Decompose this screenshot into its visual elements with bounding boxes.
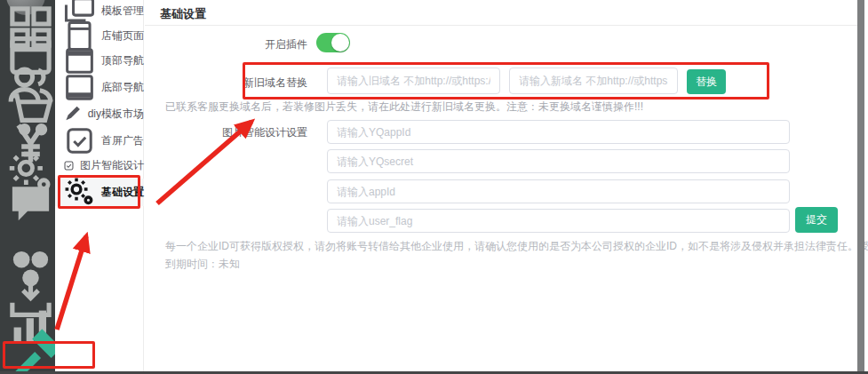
- user-flag-input[interactable]: [327, 209, 790, 233]
- vertical-scrollbar[interactable]: [857, 0, 864, 374]
- basic-settings-icon: [63, 176, 96, 209]
- submit-button[interactable]: 提交: [795, 207, 838, 233]
- submenu-item-label: 店铺页面: [101, 28, 144, 44]
- submenu-item-diy-market[interactable]: diy模板市场: [55, 101, 144, 126]
- yqappid-input[interactable]: [327, 120, 790, 144]
- submenu-item-label: diy模板市场: [88, 107, 144, 122]
- submenu-item-first-screen-ad[interactable]: 首屏广告: [55, 128, 144, 153]
- submenu-item-label: 底部导航: [101, 80, 144, 95]
- diy-market-icon: [63, 104, 83, 123]
- submenu-item-bottom-nav[interactable]: 底部导航: [55, 75, 144, 99]
- first-screen-ad-icon: [63, 124, 96, 157]
- appid-input[interactable]: [327, 179, 790, 203]
- main-content: 基础设置 开启插件 新旧域名替换 替换 已联系客服更换域名后，若装修图片丢失，请…: [145, 0, 857, 371]
- app-window: 概况 商品 会员 订单 财务 系统 消息 应用: [0, 0, 868, 374]
- plugin-toggle[interactable]: [316, 33, 350, 52]
- submenu-item-label: 首屏广告: [101, 133, 144, 148]
- plugin-label: 开启插件: [145, 37, 307, 52]
- submenu-item-top-nav[interactable]: 顶部导航: [55, 48, 144, 73]
- sidebar-item-messages[interactable]: 消息: [0, 193, 55, 211]
- submenu-item-label: 基础设置: [101, 185, 144, 200]
- messages-icon: [6, 178, 55, 227]
- old-domain-input[interactable]: [327, 68, 500, 94]
- submenu-item-label: 模板管理: [101, 4, 144, 19]
- submenu-item-image-smart-design[interactable]: 图片智能设计: [55, 153, 144, 178]
- domain-hint: 已联系客服更换域名后，若装修图片丢失，请在此处进行新旧域名更换。注意：未更换域名…: [165, 99, 643, 115]
- new-domain-input[interactable]: [509, 68, 678, 94]
- title-divider: [145, 25, 857, 26]
- page-title: 基础设置: [160, 6, 206, 22]
- image-design-label: 图片智能设计设置: [145, 125, 307, 140]
- replace-button[interactable]: 替换: [687, 69, 726, 94]
- toggle-knob: [331, 34, 349, 52]
- sub-sidebar: 模板管理 店铺页面 顶部导航 底部导航 diy模板市场 首屏广告 图片智能设计: [55, 0, 144, 371]
- submenu-item-basic-settings[interactable]: 基础设置: [55, 179, 144, 206]
- submenu-item-label: 图片智能设计: [80, 158, 144, 173]
- dark-sidebar: 概况 商品 会员 订单 财务 系统 消息 应用: [0, 0, 55, 371]
- domain-replace-label: 新旧域名替换: [145, 76, 307, 91]
- submenu-item-label: 顶部导航: [101, 53, 144, 68]
- yqsecret-input[interactable]: [327, 149, 790, 173]
- expiry-text: 到期时间：未知: [165, 257, 240, 272]
- bottom-nav-icon: [63, 71, 96, 104]
- image-smart-design-icon: [63, 160, 75, 171]
- license-note: 每一个企业ID可获得版权授权，请勿将账号转借给其他企业使用，请确认您使用的是否为…: [165, 239, 868, 254]
